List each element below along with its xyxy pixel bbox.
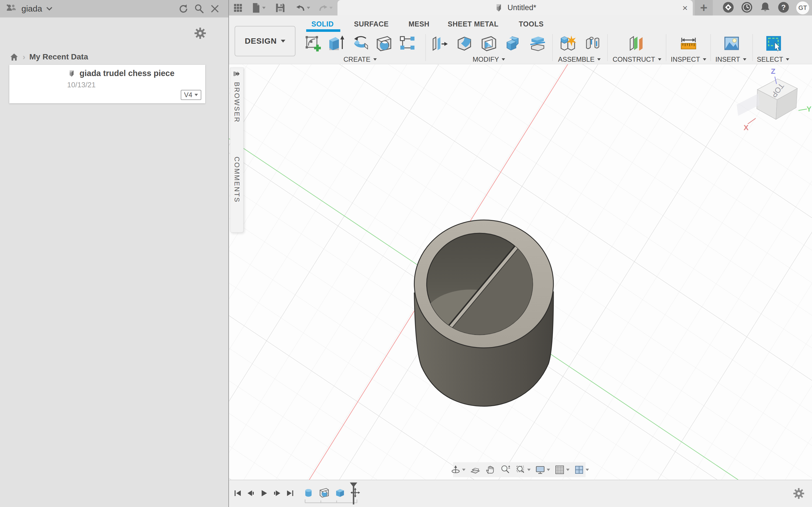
measure-button[interactable] xyxy=(678,33,699,54)
look-at-button[interactable] xyxy=(468,462,483,477)
model-chess-piece-body[interactable] xyxy=(414,220,553,406)
select-group-dropdown[interactable]: SELECT xyxy=(757,55,789,63)
canvas-3d[interactable]: TOP Z Y X xyxy=(229,64,812,507)
file-menu-button[interactable] xyxy=(249,2,263,14)
breadcrumb-separator: › xyxy=(22,52,26,62)
construct-group-dropdown[interactable]: CONSTRUCT xyxy=(613,55,661,63)
orbit-button[interactable] xyxy=(448,462,467,477)
revolve-icon xyxy=(352,34,370,52)
joint-button[interactable] xyxy=(582,33,603,54)
timeline-feature-hole[interactable] xyxy=(317,486,331,499)
timeline-play-button[interactable] xyxy=(258,487,270,499)
notifications-button[interactable] xyxy=(760,1,771,14)
assemble-group-label: ASSEMBLE xyxy=(558,55,594,63)
redo-button[interactable] xyxy=(316,2,331,14)
revolve-button[interactable] xyxy=(350,33,371,54)
timeline-settings-button[interactable] xyxy=(793,488,805,501)
fusion-360-window: giada xyxy=(0,0,812,507)
undo-history-arrow-icon[interactable] xyxy=(307,7,310,9)
dropdown-arrow-icon xyxy=(786,58,790,61)
dropdown-arrow-icon xyxy=(703,58,706,61)
timeline-feature-extrude-cylinder[interactable] xyxy=(302,486,315,499)
workspace-selector-label: DESIGN xyxy=(245,37,276,46)
show-data-panel-button[interactable] xyxy=(231,2,245,14)
gear-icon xyxy=(793,488,805,499)
insert-group-dropdown[interactable]: INSERT xyxy=(715,55,746,63)
app-grid-icon xyxy=(233,3,243,13)
data-panel-header: giada xyxy=(0,0,229,17)
search-button[interactable] xyxy=(191,3,207,15)
extensions-icon xyxy=(722,1,734,13)
assemble-group-dropdown[interactable]: ASSEMBLE xyxy=(558,55,601,63)
undo-button[interactable] xyxy=(293,2,308,14)
pattern-button[interactable] xyxy=(397,33,417,54)
split-body-button[interactable] xyxy=(527,33,548,54)
display-settings-button[interactable] xyxy=(533,462,552,477)
version-dropdown[interactable]: V4 xyxy=(181,90,201,100)
shell-button[interactable] xyxy=(478,33,499,54)
new-component-button[interactable] xyxy=(557,33,578,54)
grid-settings-button[interactable] xyxy=(552,462,571,477)
x-axis-label: X xyxy=(744,123,749,132)
redo-history-arrow-icon[interactable] xyxy=(329,7,333,9)
tab-sheet-metal[interactable]: SHEET METAL xyxy=(448,15,499,33)
dropdown-arrow-icon xyxy=(462,469,465,471)
avatar[interactable]: GT xyxy=(796,1,809,14)
go-to-end-icon xyxy=(285,488,295,498)
create-group-dropdown[interactable]: CREATE xyxy=(343,55,377,63)
create-sketch-button[interactable] xyxy=(303,33,323,54)
hole-icon xyxy=(375,34,393,52)
viewports-button[interactable] xyxy=(572,462,591,477)
timeline-step-forward-button[interactable] xyxy=(271,487,283,499)
timeline-feature-box[interactable] xyxy=(333,486,347,499)
close-document-button[interactable]: × xyxy=(682,3,688,12)
modify-group-label: MODIFY xyxy=(472,55,499,63)
file-card[interactable]: giada trudel chess piece 10/13/21 V4 xyxy=(9,65,205,103)
timeline-go-to-end-button[interactable] xyxy=(284,487,296,499)
close-panel-button[interactable] xyxy=(207,3,223,15)
tab-mesh[interactable]: MESH xyxy=(409,15,429,33)
home-icon[interactable] xyxy=(10,53,18,61)
inspect-group-dropdown[interactable]: INSPECT xyxy=(671,55,706,63)
tab-tools[interactable]: TOOLS xyxy=(519,15,544,33)
pan-button[interactable] xyxy=(483,462,498,477)
insert-button[interactable] xyxy=(721,33,742,54)
save-button[interactable] xyxy=(273,2,288,14)
viewport-3d[interactable]: TOP Z Y X BROWSER COMMENTS xyxy=(229,64,812,507)
navigation-bar xyxy=(453,462,586,477)
team-selector[interactable]: giada xyxy=(6,3,53,14)
data-panel-settings-button[interactable] xyxy=(194,27,206,41)
tab-surface[interactable]: SURFACE xyxy=(354,15,389,33)
search-icon xyxy=(194,3,204,14)
comments-panel-tab[interactable]: COMMENTS xyxy=(233,157,241,203)
ribbon-toolbar: DESIGN SOLID SURFACE MESH SHEET METAL TO… xyxy=(229,15,812,64)
browser-panel-tab[interactable]: BROWSER xyxy=(233,82,241,123)
expand-panel-icon[interactable] xyxy=(233,71,241,77)
extensions-button[interactable] xyxy=(722,1,734,14)
select-button[interactable] xyxy=(763,33,784,54)
extrude-button[interactable] xyxy=(326,33,347,54)
timeline-step-back-button[interactable] xyxy=(245,487,257,499)
file-icon xyxy=(251,2,261,13)
zoom-button[interactable] xyxy=(498,462,513,477)
fillet-button[interactable] xyxy=(454,33,475,54)
document-cube-icon xyxy=(494,3,504,13)
job-status-button[interactable] xyxy=(741,1,753,14)
press-pull-button[interactable] xyxy=(429,33,450,54)
combine-button[interactable] xyxy=(503,33,524,54)
document-tab[interactable]: Untitled* × xyxy=(338,0,693,15)
ribbon-separator xyxy=(607,34,608,61)
new-document-tab-button[interactable]: + xyxy=(695,0,713,15)
split-body-icon xyxy=(529,34,547,52)
workspace-selector-button[interactable]: DESIGN xyxy=(235,26,296,56)
hole-button[interactable] xyxy=(373,33,395,54)
help-button[interactable]: ? xyxy=(777,1,790,14)
zoom-window-button[interactable] xyxy=(513,462,532,477)
timeline-position-marker[interactable] xyxy=(350,483,357,506)
display-settings-icon xyxy=(535,464,546,475)
file-menu-arrow-icon[interactable] xyxy=(262,7,266,9)
refresh-button[interactable] xyxy=(175,3,191,15)
construct-plane-button[interactable] xyxy=(626,33,647,54)
timeline-go-to-start-button[interactable] xyxy=(232,487,244,499)
modify-group-dropdown[interactable]: MODIFY xyxy=(472,55,505,63)
